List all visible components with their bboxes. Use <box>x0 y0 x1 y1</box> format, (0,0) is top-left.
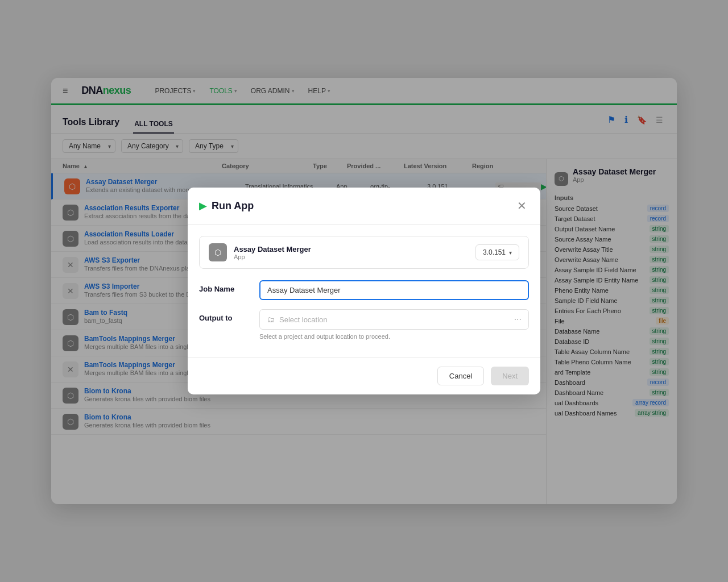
job-name-label: Job Name <box>199 280 250 293</box>
location-hint: Select a project and output location to … <box>259 333 529 340</box>
modal-title: Run App <box>212 200 254 212</box>
form-row-output: Output to 🗂 Select location ··· <box>199 309 529 330</box>
form-row-job-name: Job Name <box>199 280 529 300</box>
modal-close-button[interactable]: ✕ <box>515 197 529 215</box>
modal-title-row: ▶ Run App <box>199 199 515 212</box>
modal-body: ⬡ Assay Dataset Merger App 3.0.151 ▾ Job… <box>188 225 540 357</box>
version-dropdown[interactable]: 3.0.151 ▾ <box>475 244 519 260</box>
location-placeholder: Select location <box>279 315 510 324</box>
modal-play-icon: ▶ <box>199 199 207 212</box>
app-selector-name: Assay Dataset Merger <box>234 245 475 253</box>
run-app-modal: ▶ Run App ✕ ⬡ Assay Dataset Merger App 3… <box>188 188 540 394</box>
app-selector-icon: ⬡ <box>209 243 227 261</box>
app-selector: ⬡ Assay Dataset Merger App 3.0.151 ▾ <box>199 236 529 269</box>
version-label: 3.0.151 <box>483 248 506 256</box>
app-selector-info: Assay Dataset Merger App <box>234 245 475 260</box>
output-label: Output to <box>199 309 250 322</box>
cancel-button[interactable]: Cancel <box>437 367 484 385</box>
job-name-input[interactable] <box>259 280 529 300</box>
modal-header: ▶ Run App ✕ <box>188 188 540 225</box>
location-input-wrap[interactable]: 🗂 Select location ··· <box>259 309 529 330</box>
modal-overlay[interactable]: ▶ Run App ✕ ⬡ Assay Dataset Merger App 3… <box>0 0 728 582</box>
app-selector-type: App <box>234 253 475 260</box>
modal-footer: Cancel Next <box>188 357 540 394</box>
version-arrow-icon: ▾ <box>509 250 512 256</box>
location-more-icon[interactable]: ··· <box>514 314 522 325</box>
folder-icon: 🗂 <box>267 315 275 324</box>
next-button[interactable]: Next <box>491 367 529 385</box>
